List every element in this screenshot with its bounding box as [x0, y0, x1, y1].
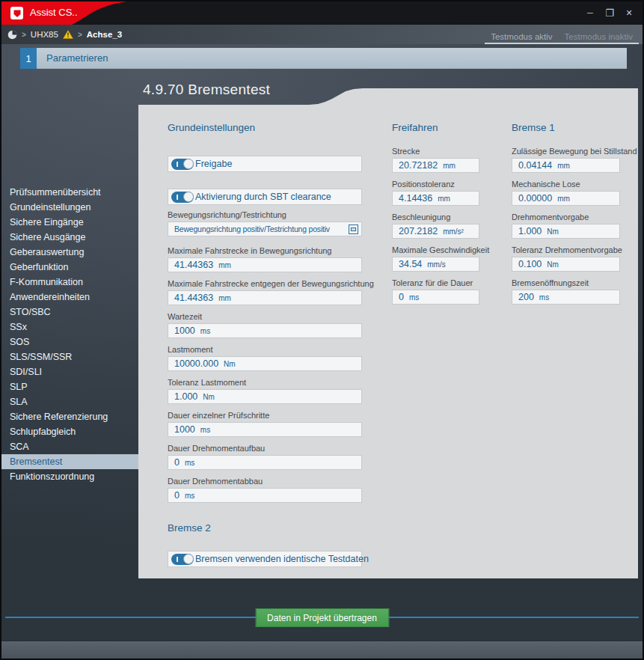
field-label: Maximale Fahrstrecke in Bewegungsrichtun… [168, 246, 362, 256]
sidebar-item-geberauswertung[interactable]: Geberauswertung [1, 245, 138, 260]
maximize-button[interactable]: ❐ [602, 5, 617, 20]
sidebar-item-sto-sbc[interactable]: STO/SBC [1, 305, 138, 320]
toggle-switch-icon [171, 554, 194, 565]
toggle-label: Freigabe [195, 159, 232, 169]
step-number-badge: 1 [20, 48, 37, 69]
sidebar-item-sos[interactable]: SOS [1, 334, 138, 349]
sidebar-item-sdi-sli[interactable]: SDI/SLI [1, 364, 138, 379]
app-title: Assist CS.. [30, 7, 78, 18]
toggle-freigabe[interactable]: Freigabe [168, 156, 362, 172]
dropdown-value: Bewegungsrichtung positiv/Testrichtung p… [174, 224, 330, 233]
sidebar-item-ssx[interactable]: SSx [1, 320, 138, 334]
field-unit: mm [557, 162, 570, 170]
field-group: Dauer einzelner Prüfschritte1000ms [168, 411, 362, 437]
field-input[interactable]: 1000ms [168, 323, 362, 338]
toggle-bremsen-verwenden-identische-testdaten[interactable]: Bremsen verwenden identische Testdaten [168, 551, 362, 567]
field-group: Beschleunigung207.2182mm/s² [392, 213, 479, 239]
breadcrumb-bar: > UHX85 > Achse_3 Testmodus aktiv Testmo… [1, 25, 643, 44]
field-input[interactable]: 0ms [392, 290, 479, 305]
field-label: Bewegungsrichtung/Testrichtung [168, 210, 362, 220]
main-area: 1 Parametrieren 4.9.70 Bremsentest Prüfs… [1, 44, 643, 641]
field-input[interactable]: 1000ms [168, 422, 362, 437]
field-value: 20.72182 [399, 160, 438, 171]
field-input[interactable]: 0.00000mm [512, 191, 620, 206]
field-group: Zulässige Bewegung bei Stillstand0.04144… [512, 147, 620, 173]
field-label: Toleranz für die Dauer [392, 278, 479, 288]
field-input[interactable]: 0ms [168, 488, 362, 503]
field-unit: Nm [547, 260, 559, 269]
field-input[interactable]: 41.44363mm [168, 257, 362, 272]
sidebar-item-sichere-referenzierung[interactable]: Sichere Referenzierung [1, 409, 138, 424]
field-unit: mm [443, 162, 456, 170]
sidebar-item-f-kommunikation[interactable]: F-Kommunikation [1, 275, 138, 290]
field-input[interactable]: 200ms [512, 290, 620, 305]
field-input[interactable]: 0ms [168, 455, 362, 470]
testmode-inactive-button[interactable]: Testmodus inaktiv [559, 30, 639, 43]
field-value: 0 [174, 457, 180, 468]
sidebar-item-grundeinstellungen[interactable]: Grundeinstellungen [1, 200, 138, 215]
field-label: Toleranz Lastmoment [168, 378, 362, 388]
field-group: Mechanische Lose0.00000mm [512, 180, 620, 206]
toggle-aktivierung-durch-sbt-clearance[interactable]: Aktivierung durch SBT clearance [168, 189, 362, 205]
section-header: Bremse 1 [512, 122, 620, 135]
field-input[interactable]: 207.2182mm/s² [392, 224, 479, 239]
sidebar-item-anwendereinheiten[interactable]: Anwendereinheiten [1, 290, 138, 305]
chevron-right-icon: > [22, 31, 26, 39]
field-group: Maximale Fahrstrecke in Bewegungsrichtun… [168, 246, 362, 272]
sidebar-item-funktionszuordnung[interactable]: Funktionszuordnung [1, 469, 138, 484]
sidebar-item-schlupfabgleich[interactable]: Schlupfabgleich [1, 424, 138, 439]
sidebar-item-bremsentest[interactable]: Bremsentest [1, 454, 138, 469]
field-group: Drehmomentvorgabe1.000Nm [512, 213, 620, 239]
field-input[interactable]: 34.54mm/s [392, 257, 479, 272]
field-label: Maximale Fahrstrecke entgegen der Bewegu… [168, 279, 362, 289]
sidebar-item-slp[interactable]: SLP [1, 379, 138, 394]
toggle-label: Aktivierung durch SBT clearance [195, 192, 331, 202]
sidebar-item-sichere-eing-nge[interactable]: Sichere Eingänge [1, 215, 138, 230]
sidebar-item-sca[interactable]: SCA [1, 439, 138, 454]
section-header: Bremse 2 [168, 522, 362, 536]
field-input[interactable]: 41.44363mm [168, 290, 362, 305]
field-label: Dauer Drehmomentabbau [168, 477, 362, 486]
minimize-button[interactable]: ─ [583, 5, 598, 20]
field-label: Dauer einzelner Prüfschritte [168, 411, 362, 421]
sidebar-item-sls-ssm-ssr[interactable]: SLS/SSM/SSR [1, 349, 138, 364]
sidebar-item-sla[interactable]: SLA [1, 394, 138, 409]
field-label: Toleranz Drehmomentvorgabe [512, 245, 620, 255]
field-unit: mm/s [427, 260, 445, 269]
field-input[interactable]: 0.100Nm [512, 257, 620, 272]
sidebar-item-pr-fsummen-bersicht[interactable]: Prüfsummenübersicht [1, 185, 138, 200]
warning-icon [63, 30, 73, 39]
sidebar-item-geberfunktion[interactable]: Geberfunktion [1, 260, 138, 275]
direction-dropdown[interactable]: Bewegungsrichtung positiv/Testrichtung p… [168, 221, 362, 236]
field-label: Dauer Drehmomentaufbau [168, 444, 362, 453]
field-value: 34.54 [399, 259, 422, 269]
close-button[interactable]: ✕ [622, 5, 637, 20]
field-input[interactable]: 1.000Nm [168, 389, 362, 404]
transfer-data-button[interactable]: Daten in Projekt übertragen [255, 608, 389, 627]
window-controls: ─ ❐ ✕ [583, 5, 637, 20]
column-bremse1: Bremse 1 Zulässige Bewegung bei Stillsta… [512, 122, 620, 305]
field-group: Bremsenöffnungszeit200ms [512, 278, 620, 305]
project-globe-icon[interactable] [7, 30, 17, 40]
field-input[interactable]: 10000.000Nm [168, 356, 362, 371]
breadcrumb-axis[interactable]: Achse_3 [87, 30, 122, 39]
field-label: Beschleunigung [392, 213, 479, 222]
toggle-switch-icon [171, 192, 194, 203]
field-group: Maximale Fahrstrecke entgegen der Bewegu… [168, 279, 362, 305]
status-bar [1, 641, 643, 659]
field-input[interactable]: 1.000Nm [512, 224, 620, 239]
testmode-active-button[interactable]: Testmodus aktiv [485, 30, 558, 43]
sidebar-item-sichere-ausg-nge[interactable]: Sichere Ausgänge [1, 230, 138, 245]
field-value: 207.2182 [399, 226, 438, 236]
breadcrumb-device[interactable]: UHX85 [31, 30, 58, 39]
step-banner-label[interactable]: Parametrieren [37, 48, 627, 69]
sidebar: PrüfsummenübersichtGrundeinstellungenSic… [1, 185, 138, 484]
field-unit: mm [218, 294, 231, 302]
field-input[interactable]: 20.72182mm [392, 158, 479, 173]
field-unit: ms [200, 327, 210, 335]
titlebar: Assist CS.. ─ ❐ ✕ [1, 1, 643, 25]
field-input[interactable]: 4.14436mm [392, 191, 479, 206]
field-input[interactable]: 0.04144mm [512, 158, 620, 173]
field-unit: ms [409, 293, 419, 302]
field-group: Toleranz Drehmomentvorgabe0.100Nm [512, 245, 620, 272]
